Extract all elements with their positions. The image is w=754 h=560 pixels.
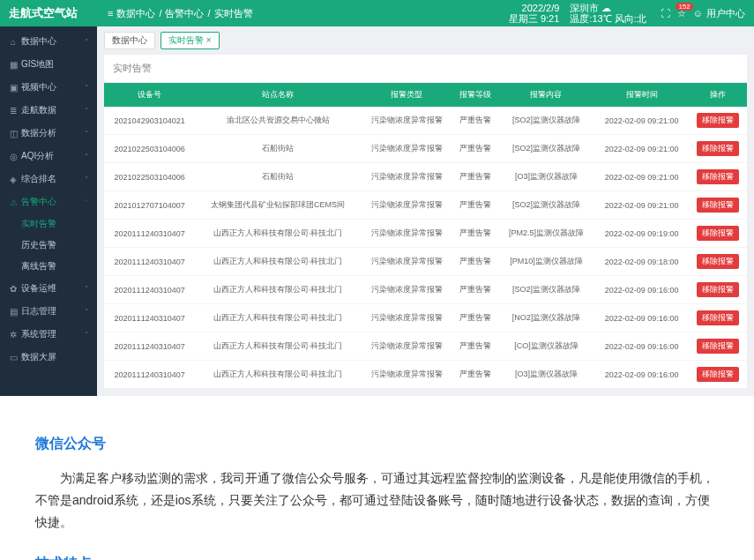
cell: 污染物浓度异常报警 [361,248,452,276]
cell: [SO2]监测仪器故障 [498,107,594,135]
cell: 2022-02-09 09:21:00 [594,107,689,135]
alarm-table: 设备号站点名称报警类型报警等级报警内容报警时间操作 20210429031040… [104,83,747,389]
chevron-icon: ˅ [85,285,88,293]
cell: [SO2]监测仪器故障 [498,191,594,220]
sidebar-label: 数据大屏 [21,351,56,363]
sidebar-label: 设备运维 [21,282,56,295]
cell: 渝北区公共资源交易中心微站 [195,107,361,135]
cell: 2021022503104006 [104,163,195,191]
user-label[interactable]: 用户中心 [706,7,745,20]
table-row: 2021022503104006石船街站污染物浓度异常报警严重告警[SO2]监测… [104,135,747,163]
cell: 2020111240310407 [104,304,195,332]
cell: 严重告警 [452,304,498,332]
remove-alarm-button[interactable]: 移除报警 [697,310,739,325]
sidebar-child-7-0[interactable]: 实时告警 [0,213,97,235]
sidebar-icon: ⌂ [9,37,18,47]
cell: 山西正方人和科技有限公司·科技北门 [195,332,361,361]
sidebar-label: 综合排名 [21,173,56,185]
cell: 2022-02-09 09:19:00 [594,220,689,248]
cell: 2020111240310407 [104,276,195,304]
sidebar-label: 日志管理 [21,305,56,317]
sidebar-icon: ▭ [9,353,18,362]
table-row: 2020111240310407山西正方人和科技有限公司·科技北门污染物浓度异常… [104,248,747,276]
sidebar: ⌂数据中心˅▦GIS地图▣视频中心˅≣走航数据˅◫数据分析˅◎AQI分析˅◈综合… [0,26,97,396]
menu-icon[interactable]: ≡ [108,8,113,19]
sidebar-item-10[interactable]: ✲系统管理˅ [0,323,97,346]
cell: 污染物浓度异常报警 [361,276,452,304]
table-row: 2021012707104007太钢集团代县矿业钻探部球团CEMS间污染物浓度异… [104,191,747,220]
remove-alarm-button[interactable]: 移除报警 [697,141,739,156]
sidebar-item-6[interactable]: ◈综合排名˅ [0,168,97,190]
sidebar-icon: ◈ [9,175,18,184]
cell: 2020111240310407 [104,220,195,248]
chevron-icon: ˅ [85,175,88,183]
chevron-icon: ˄ [85,198,88,206]
panel-title: 实时告警 [104,55,747,83]
sidebar-child-7-2[interactable]: 离线告警 [0,256,97,277]
sidebar-item-7[interactable]: ⚠告警中心˄ [0,190,97,213]
weather-text: 温度:13℃ 风向:北 [570,13,646,24]
cell: 严重告警 [452,107,498,135]
chevron-icon: ˅ [85,308,88,316]
remove-alarm-button[interactable]: 移除报警 [697,367,739,382]
sidebar-item-1[interactable]: ▦GIS地图 [0,53,97,76]
remove-alarm-button[interactable]: 移除报警 [697,169,739,184]
tab-1[interactable]: 实时告警 × [161,32,220,49]
cell: 严重告警 [452,248,498,276]
sidebar-icon: ✲ [9,330,18,340]
sidebar-item-2[interactable]: ▣视频中心˅ [0,76,97,99]
cell: 2020111240310407 [104,361,195,389]
remove-alarm-button[interactable]: 移除报警 [697,198,739,213]
sidebar-item-3[interactable]: ≣走航数据˅ [0,99,97,122]
cell: 2022-02-09 09:16:00 [594,332,689,361]
cell: 石船街站 [195,163,361,191]
sidebar-item-8[interactable]: ✿设备运维˅ [0,277,97,300]
sidebar-icon: ▦ [9,60,18,70]
sidebar-item-5[interactable]: ◎AQI分析˅ [0,145,97,168]
sidebar-label: GIS地图 [21,58,54,71]
cell: 严重告警 [452,135,498,163]
col-6: 操作 [689,83,747,107]
crumb-2[interactable]: 实时告警 [214,7,253,20]
chevron-icon: ˅ [85,38,88,46]
sidebar-item-4[interactable]: ◫数据分析˅ [0,122,97,145]
remove-alarm-button[interactable]: 移除报警 [697,339,739,354]
cell: 严重告警 [452,332,498,361]
fullscreen-icon[interactable]: ⛶ [661,8,670,19]
user-icon[interactable]: ☺ [693,8,703,19]
crumb-0[interactable]: 数据中心 [116,7,155,20]
cell: 严重告警 [452,163,498,191]
table-row: 2020111240310407山西正方人和科技有限公司·科技北门污染物浓度异常… [104,332,747,361]
tab-0[interactable]: 数据中心 [104,32,155,49]
remove-alarm-button[interactable]: 移除报警 [697,254,739,269]
sidebar-label: 数据分析 [21,127,56,139]
cell: 山西正方人和科技有限公司·科技北门 [195,361,361,389]
remove-alarm-button[interactable]: 移除报警 [697,113,739,128]
cell: 山西正方人和科技有限公司·科技北门 [195,220,361,248]
cell: [O3]监测仪器故障 [498,361,594,389]
sidebar-item-0[interactable]: ⌂数据中心˅ [0,30,97,53]
sidebar-item-9[interactable]: ▤日志管理˅ [0,300,97,323]
remove-alarm-button[interactable]: 移除报警 [697,226,739,241]
cell: [SO2]监测仪器故障 [498,276,594,304]
cell: 污染物浓度异常报警 [361,220,452,248]
col-1: 站点名称 [195,83,361,107]
bell-icon[interactable]: ☆ 152 [677,8,686,19]
crumb-1[interactable]: 告警中心 [165,7,204,20]
chevron-icon: ˅ [85,130,88,138]
cell: 2021022503104006 [104,135,195,163]
remove-alarm-button[interactable]: 移除报警 [697,282,739,297]
cell: 2022-02-09 09:18:00 [594,248,689,276]
sidebar-label: 数据中心 [21,35,56,48]
sidebar-icon: ◎ [9,152,18,161]
app-screenshot: 走航式空气站 ≡ 数据中心/ 告警中心/ 实时告警 2022/2/9 星期三 9… [0,0,754,396]
cell: 严重告警 [452,276,498,304]
sidebar-child-7-1[interactable]: 历史告警 [0,235,97,256]
sidebar-item-11[interactable]: ▭数据大屏 [0,346,97,369]
cell: 山西正方人和科技有限公司·科技北门 [195,276,361,304]
cell: 2022-02-09 09:16:00 [594,361,689,389]
col-5: 报警时间 [594,83,689,107]
cell: 2022-02-09 09:21:00 [594,135,689,163]
col-0: 设备号 [104,83,195,107]
cell: 2022-02-09 09:21:00 [594,163,689,191]
